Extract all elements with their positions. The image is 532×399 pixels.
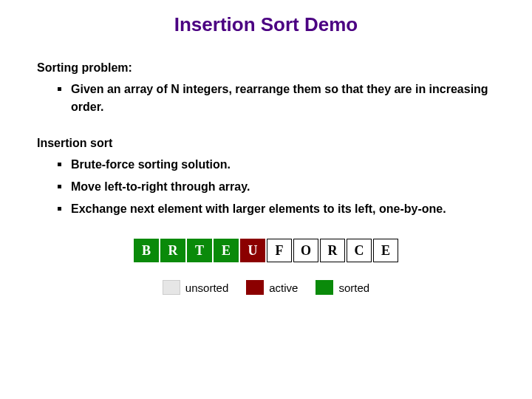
legend-item-sorted: sorted	[316, 280, 369, 295]
array-cell: E	[214, 239, 239, 262]
array-cell: E	[373, 239, 398, 262]
array-cell: F	[267, 239, 292, 262]
section-heading: Sorting problem:	[37, 61, 495, 75]
array-cell: O	[293, 239, 318, 262]
slide-title: Insertion Sort Demo	[37, 13, 495, 36]
legend: unsorted active sorted	[37, 280, 495, 295]
array-cell: T	[187, 239, 212, 262]
array-cell: R	[160, 239, 185, 262]
array-cell: C	[347, 239, 372, 262]
bullet-item: Exchange next element with larger elemen…	[58, 200, 495, 218]
section-sorting-problem: Sorting problem: Given an array of N int…	[37, 61, 495, 116]
section-insertion-sort: Insertion sort Brute-force sorting solut…	[37, 137, 495, 218]
legend-label: unsorted	[185, 282, 228, 294]
array-visualization: B R T E U F O R C E	[37, 239, 495, 262]
bullet-item: Given an array of N integers, rearrange …	[58, 81, 495, 116]
bullet-item: Brute-force sorting solution.	[58, 156, 495, 174]
array-cell: R	[320, 239, 345, 262]
section-heading: Insertion sort	[37, 137, 495, 150]
legend-item-active: active	[246, 280, 298, 295]
bullet-item: Move left-to-right through array.	[58, 178, 495, 196]
swatch-icon	[246, 280, 264, 295]
swatch-icon	[316, 280, 333, 295]
legend-label: active	[269, 282, 298, 294]
swatch-icon	[163, 280, 180, 295]
array-cell: B	[134, 239, 159, 262]
bullet-list: Brute-force sorting solution. Move left-…	[58, 156, 495, 218]
legend-item-unsorted: unsorted	[163, 280, 228, 295]
bullet-list: Given an array of N integers, rearrange …	[58, 81, 495, 116]
array-cell: U	[240, 239, 265, 262]
legend-label: sorted	[338, 282, 369, 294]
